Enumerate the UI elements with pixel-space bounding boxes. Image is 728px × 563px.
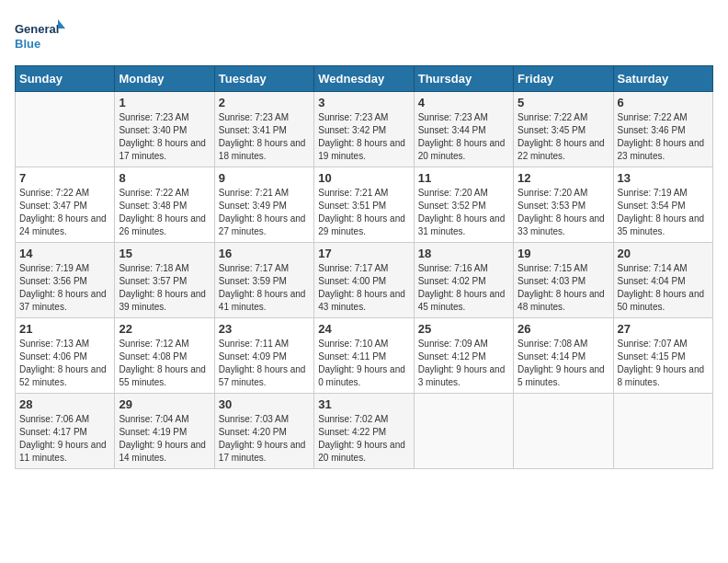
calendar-cell: 9 Sunrise: 7:21 AMSunset: 3:49 PMDayligh… [214,167,313,243]
calendar-header: SundayMondayTuesdayWednesdayThursdayFrid… [16,66,713,92]
calendar-cell: 17 Sunrise: 7:17 AMSunset: 4:00 PMDaylig… [314,243,414,318]
weekday-header-wednesday: Wednesday [314,66,414,92]
day-number: 19 [518,247,609,260]
day-number: 31 [318,397,409,411]
calendar-cell: 5 Sunrise: 7:22 AMSunset: 3:45 PMDayligh… [514,92,613,167]
day-detail: Sunrise: 7:23 AMSunset: 3:41 PMDaylight:… [219,112,306,161]
day-detail: Sunrise: 7:16 AMSunset: 4:02 PMDaylight:… [418,263,506,312]
calendar-body: 1 Sunrise: 7:23 AMSunset: 3:40 PMDayligh… [16,92,713,469]
day-detail: Sunrise: 7:19 AMSunset: 3:54 PMDaylight:… [618,188,705,236]
calendar-cell: 19 Sunrise: 7:15 AMSunset: 4:03 PMDaylig… [514,243,613,318]
day-detail: Sunrise: 7:23 AMSunset: 3:44 PMDaylight:… [418,112,506,161]
logo: General Blue [15,15,65,56]
calendar-cell: 6 Sunrise: 7:22 AMSunset: 3:46 PMDayligh… [613,92,712,167]
calendar-cell: 1 Sunrise: 7:23 AMSunset: 3:40 PMDayligh… [115,92,214,167]
calendar-cell: 15 Sunrise: 7:18 AMSunset: 3:57 PMDaylig… [115,243,214,318]
day-number: 10 [318,171,409,185]
day-number: 8 [119,171,210,185]
day-number: 4 [418,96,509,109]
day-number: 30 [219,397,310,411]
calendar-cell [16,92,115,167]
calendar-cell: 28 Sunrise: 7:06 AMSunset: 4:17 PMDaylig… [16,394,115,469]
day-detail: Sunrise: 7:06 AMSunset: 4:17 PMDaylight:… [19,414,107,463]
day-detail: Sunrise: 7:21 AMSunset: 3:51 PMDaylight:… [318,188,405,236]
day-detail: Sunrise: 7:08 AMSunset: 4:14 PMDaylight:… [518,339,605,387]
day-number: 25 [418,322,509,336]
weekday-header-tuesday: Tuesday [214,66,313,92]
calendar-cell: 20 Sunrise: 7:14 AMSunset: 4:04 PMDaylig… [613,243,712,318]
weekday-header-saturday: Saturday [613,66,712,92]
calendar-cell: 8 Sunrise: 7:22 AMSunset: 3:48 PMDayligh… [115,167,214,243]
calendar-week-0: 1 Sunrise: 7:23 AMSunset: 3:40 PMDayligh… [16,92,713,167]
calendar-cell: 24 Sunrise: 7:10 AMSunset: 4:11 PMDaylig… [314,318,414,394]
day-detail: Sunrise: 7:07 AMSunset: 4:15 PMDaylight:… [618,339,705,387]
calendar-week-3: 21 Sunrise: 7:13 AMSunset: 4:06 PMDaylig… [16,318,713,394]
calendar-cell: 3 Sunrise: 7:23 AMSunset: 3:42 PMDayligh… [314,92,414,167]
day-detail: Sunrise: 7:04 AMSunset: 4:19 PMDaylight:… [119,414,206,463]
day-number: 22 [119,322,210,336]
calendar-week-4: 28 Sunrise: 7:06 AMSunset: 4:17 PMDaylig… [16,394,713,469]
logo-svg: General Blue [15,15,65,56]
calendar-cell: 4 Sunrise: 7:23 AMSunset: 3:44 PMDayligh… [414,92,513,167]
day-detail: Sunrise: 7:13 AMSunset: 4:06 PMDaylight:… [19,339,107,387]
day-number: 3 [318,96,409,109]
day-number: 15 [119,247,210,260]
day-number: 13 [618,171,709,185]
day-detail: Sunrise: 7:03 AMSunset: 4:20 PMDaylight:… [219,414,306,463]
day-number: 9 [219,171,310,185]
day-detail: Sunrise: 7:23 AMSunset: 3:40 PMDaylight:… [119,112,206,161]
day-number: 20 [618,247,709,260]
calendar-cell [613,394,712,469]
weekday-header-friday: Friday [514,66,613,92]
day-number: 29 [119,397,210,411]
day-detail: Sunrise: 7:22 AMSunset: 3:47 PMDaylight:… [19,188,107,236]
calendar-cell: 10 Sunrise: 7:21 AMSunset: 3:51 PMDaylig… [314,167,414,243]
calendar-cell: 23 Sunrise: 7:11 AMSunset: 4:09 PMDaylig… [214,318,313,394]
day-detail: Sunrise: 7:22 AMSunset: 3:46 PMDaylight:… [618,112,705,161]
day-detail: Sunrise: 7:22 AMSunset: 3:48 PMDaylight:… [119,188,206,236]
day-number: 11 [418,171,509,185]
svg-marker-2 [58,19,65,29]
day-number: 14 [19,247,110,260]
calendar-cell: 25 Sunrise: 7:09 AMSunset: 4:12 PMDaylig… [414,318,513,394]
day-number: 28 [19,397,110,411]
calendar-cell: 21 Sunrise: 7:13 AMSunset: 4:06 PMDaylig… [16,318,115,394]
day-number: 27 [618,322,709,336]
calendar-cell: 26 Sunrise: 7:08 AMSunset: 4:14 PMDaylig… [514,318,613,394]
day-detail: Sunrise: 7:09 AMSunset: 4:12 PMDaylight:… [418,339,506,387]
weekday-header-monday: Monday [115,66,214,92]
calendar-cell: 2 Sunrise: 7:23 AMSunset: 3:41 PMDayligh… [214,92,313,167]
day-detail: Sunrise: 7:20 AMSunset: 3:52 PMDaylight:… [418,188,506,236]
calendar-cell: 11 Sunrise: 7:20 AMSunset: 3:52 PMDaylig… [414,167,513,243]
calendar-week-1: 7 Sunrise: 7:22 AMSunset: 3:47 PMDayligh… [16,167,713,243]
day-number: 6 [618,96,709,109]
day-number: 12 [518,171,609,185]
day-number: 18 [418,247,509,260]
day-number: 1 [119,96,210,109]
svg-text:General: General [15,22,59,36]
day-detail: Sunrise: 7:17 AMSunset: 3:59 PMDaylight:… [219,263,306,312]
calendar-cell: 30 Sunrise: 7:03 AMSunset: 4:20 PMDaylig… [214,394,313,469]
svg-text:Blue: Blue [15,37,40,51]
calendar-cell: 13 Sunrise: 7:19 AMSunset: 3:54 PMDaylig… [613,167,712,243]
calendar-cell: 14 Sunrise: 7:19 AMSunset: 3:56 PMDaylig… [16,243,115,318]
day-number: 24 [318,322,409,336]
calendar-cell: 31 Sunrise: 7:02 AMSunset: 4:22 PMDaylig… [314,394,414,469]
calendar-cell: 7 Sunrise: 7:22 AMSunset: 3:47 PMDayligh… [16,167,115,243]
day-detail: Sunrise: 7:02 AMSunset: 4:22 PMDaylight:… [318,414,405,463]
day-number: 2 [219,96,310,109]
calendar-cell: 27 Sunrise: 7:07 AMSunset: 4:15 PMDaylig… [613,318,712,394]
page-header: General Blue [15,15,713,56]
calendar-week-2: 14 Sunrise: 7:19 AMSunset: 3:56 PMDaylig… [16,243,713,318]
calendar-cell: 22 Sunrise: 7:12 AMSunset: 4:08 PMDaylig… [115,318,214,394]
day-number: 21 [19,322,110,336]
day-detail: Sunrise: 7:11 AMSunset: 4:09 PMDaylight:… [219,339,306,387]
calendar-table: SundayMondayTuesdayWednesdayThursdayFrid… [15,65,713,469]
weekday-header-thursday: Thursday [414,66,513,92]
day-detail: Sunrise: 7:17 AMSunset: 4:00 PMDaylight:… [318,263,405,312]
day-number: 7 [19,171,110,185]
day-detail: Sunrise: 7:18 AMSunset: 3:57 PMDaylight:… [119,263,206,312]
day-number: 16 [219,247,310,260]
day-detail: Sunrise: 7:21 AMSunset: 3:49 PMDaylight:… [219,188,306,236]
day-detail: Sunrise: 7:19 AMSunset: 3:56 PMDaylight:… [19,263,107,312]
